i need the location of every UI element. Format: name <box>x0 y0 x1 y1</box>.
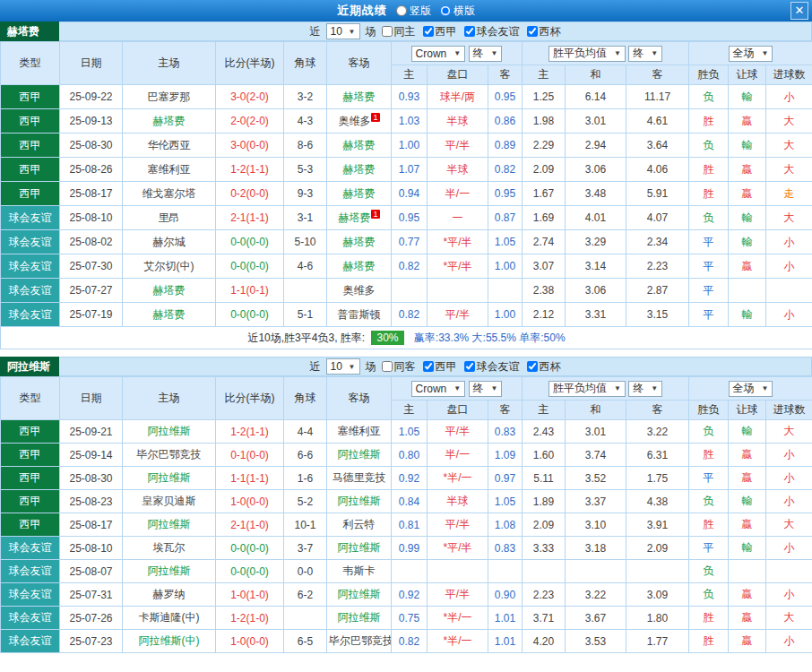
cell-league: 球会友谊 <box>1 583 60 607</box>
cell-away-odds: 1.08 <box>488 513 523 537</box>
checkbox[interactable] <box>382 26 393 37</box>
checkbox[interactable] <box>423 26 434 37</box>
avg-time-select[interactable]: 终 ▼ <box>628 381 662 397</box>
team-label: 赫塔费 <box>343 90 376 103</box>
cell-handicap-line: 一 <box>428 206 488 230</box>
cell-avg-home: 5.11 <box>523 467 566 490</box>
cell-result: 胜 <box>689 109 729 134</box>
team-label: 阿拉维斯 <box>338 541 381 554</box>
recent-results-dialog: 近期战绩 竖版 横版 ✕ 赫塔费 近 10 ▼ 场 同主西甲球会友谊西杯 <box>0 0 812 653</box>
cell-goals-result: 小 <box>766 583 812 607</box>
checkbox[interactable] <box>464 26 475 37</box>
filter-option-球会友谊[interactable]: 球会友谊 <box>464 24 520 39</box>
cell-handicap-result: 輸 <box>729 134 766 158</box>
cell-home-odds: 0.92 <box>392 583 428 607</box>
match-count-select[interactable]: 10 ▼ <box>326 358 360 375</box>
col-header-avg-home: 主 <box>523 65 566 85</box>
checkbox[interactable] <box>382 361 393 372</box>
scope-select[interactable]: 全场 ▼ <box>729 381 773 397</box>
dialog-title: 近期战绩 <box>337 3 387 19</box>
filter-option-西甲[interactable]: 西甲 <box>423 24 457 39</box>
avg-type-select[interactable]: 胜平负均值 ▼ <box>549 46 626 62</box>
cell-score: 0-0(0-0) <box>216 560 284 583</box>
col-header-date: 日期 <box>60 377 123 420</box>
col-header-type: 类型 <box>1 42 60 85</box>
cell-avg-draw <box>566 560 626 583</box>
match-row: 球会友谊25-07-31赫罗纳1-0(1-0)6-2阿拉维斯0.92平/半0.9… <box>1 583 812 607</box>
cell-away-team: 赫塔费 <box>327 254 392 279</box>
team-label: 赫塔费 <box>153 308 186 321</box>
cell-away-odds: 1.05 <box>488 230 523 254</box>
cell-corners: 3-7 <box>284 537 327 560</box>
cell-league: 西甲 <box>1 513 60 537</box>
chevron-down-icon: ▼ <box>454 384 461 392</box>
cell-league: 球会友谊 <box>1 630 60 653</box>
vertical-radio[interactable] <box>396 5 407 16</box>
col-header-corner: 角球 <box>284 377 327 420</box>
cell-handicap-result: 贏 <box>729 513 766 537</box>
filter-option-同主[interactable]: 同主 <box>382 24 416 39</box>
filter-option-label: 西杯 <box>540 24 561 39</box>
filter-option-西甲[interactable]: 西甲 <box>423 359 457 375</box>
checkbox[interactable] <box>423 361 434 372</box>
checkbox[interactable] <box>464 361 475 372</box>
odds-time-select[interactable]: 终 ▼ <box>469 381 503 397</box>
odds-source-select[interactable]: Crown ▼ <box>411 381 466 397</box>
team-label: 利云特 <box>343 518 376 530</box>
odds-source-select[interactable]: Crown ▼ <box>411 46 466 62</box>
cell-result: 平 <box>689 230 729 254</box>
cell-date: 25-08-23 <box>60 490 123 513</box>
cell-handicap-result: 贏 <box>729 583 766 607</box>
cell-date: 25-09-22 <box>60 85 123 109</box>
checkbox[interactable] <box>527 26 538 37</box>
filter-option-西杯[interactable]: 西杯 <box>527 24 561 39</box>
checkbox[interactable] <box>527 361 538 372</box>
cell-goals-result: 大 <box>766 420 812 444</box>
cell-handicap-line: *平/半 <box>428 537 488 560</box>
cell-away-odds: 0.90 <box>488 583 523 607</box>
cell-home-odds: 0.81 <box>392 513 428 537</box>
filter-option-同客[interactable]: 同客 <box>382 359 416 375</box>
cell-goals-result: 小 <box>766 467 812 490</box>
cell-avg-home: 1.25 <box>523 85 566 109</box>
odds-time-select[interactable]: 终 ▼ <box>469 46 503 62</box>
cell-date: 25-08-17 <box>60 513 123 537</box>
team-label: 维戈塞尔塔 <box>143 187 196 200</box>
close-icon[interactable]: ✕ <box>790 2 808 20</box>
cell-home-odds: 0.95 <box>392 206 428 230</box>
horizontal-mode-option[interactable]: 横版 <box>440 4 475 19</box>
cell-away-odds: 1.05 <box>488 490 523 513</box>
cell-handicap-line: *平/半 <box>428 254 488 279</box>
cell-away-team: 韦斯卡 <box>327 560 392 583</box>
filter-option-label: 西甲 <box>436 24 457 39</box>
team-label: 阿拉维斯 <box>148 518 191 530</box>
match-row: 球会友谊25-08-10埃瓦尔0-0(0-0)3-7阿拉维斯0.99*平/半0.… <box>1 537 812 560</box>
vertical-mode-option[interactable]: 竖版 <box>396 4 431 19</box>
cell-handicap-result: 輸 <box>729 537 766 560</box>
horizontal-radio[interactable] <box>440 5 451 16</box>
filter-matches-label: 场 <box>366 24 376 39</box>
col-header-home: 主场 <box>123 42 216 85</box>
filter-option-球会友谊[interactable]: 球会友谊 <box>464 359 520 375</box>
cell-date: 25-08-10 <box>60 537 123 560</box>
cell-home-odds: 1.07 <box>392 158 428 182</box>
cell-league: 西甲 <box>1 109 60 134</box>
cell-away-team: 阿拉维斯 <box>327 537 392 560</box>
team-label: 赫塔费 <box>153 284 186 297</box>
cell-avg-home: 1.89 <box>523 490 566 513</box>
avg-type-select[interactable]: 胜平负均值 ▼ <box>549 381 626 397</box>
cell-corners: 6-2 <box>284 583 327 607</box>
avg-time-select[interactable]: 终 ▼ <box>628 46 662 62</box>
cell-date: 25-09-13 <box>60 109 123 134</box>
cell-score: 1-2(1-1) <box>216 420 284 444</box>
scope-select[interactable]: 全场 ▼ <box>729 46 773 62</box>
cell-away-odds: 1.01 <box>488 607 523 630</box>
col-header-handicap-result: 让球 <box>729 401 766 420</box>
match-count-select[interactable]: 10 ▼ <box>326 23 360 39</box>
cell-goals-result: 小 <box>766 254 812 279</box>
cell-handicap-result: 贏 <box>729 158 766 182</box>
team-label: 赫塔费 <box>343 139 376 151</box>
cell-score: 3-0(2-0) <box>216 85 284 109</box>
filter-option-西杯[interactable]: 西杯 <box>527 359 561 375</box>
cell-league: 西甲 <box>1 158 60 182</box>
